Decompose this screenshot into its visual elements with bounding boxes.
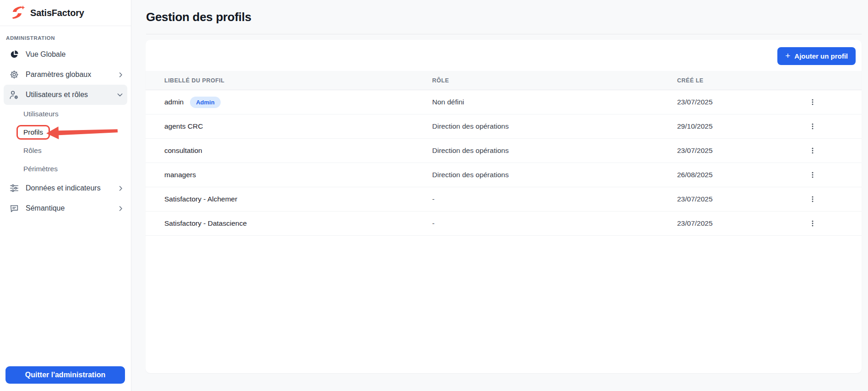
sidebar-item-utilisateurs-et-roles[interactable]: Utilisateurs et rôles bbox=[4, 85, 127, 105]
chevron-right-icon bbox=[117, 185, 125, 192]
profile-name-cell: consultation bbox=[164, 147, 432, 155]
table-row: consultationDirection des opérations23/0… bbox=[146, 139, 862, 163]
profile-actions-cell bbox=[805, 119, 862, 134]
sidebar-item-label: Données et indicateurs bbox=[26, 184, 101, 192]
chevron-down-icon bbox=[116, 91, 124, 99]
profile-name-cell: Satisfactory - Alchemer bbox=[164, 195, 432, 203]
brand-name: SatisFactory bbox=[30, 8, 84, 18]
profile-name: admin bbox=[164, 98, 184, 106]
profile-actions-cell bbox=[805, 191, 862, 207]
sidebar: SatisFactory ADMINISTRATION Vue Globale … bbox=[0, 0, 131, 391]
profile-role-cell: - bbox=[432, 195, 677, 203]
profile-role-cell: Direction des opérations bbox=[432, 147, 677, 155]
page-title: Gestion des profils bbox=[146, 10, 868, 24]
profile-name-cell: managers bbox=[164, 171, 432, 179]
sidebar-item-label: Utilisateurs et rôles bbox=[26, 91, 88, 99]
profile-created-cell: 26/08/2025 bbox=[677, 171, 805, 179]
profile-actions-cell bbox=[805, 94, 862, 110]
sidebar-item-label: Utilisateurs bbox=[23, 110, 59, 118]
row-kebab-menu-button[interactable] bbox=[805, 119, 820, 134]
profile-role-cell: Direction des opérations bbox=[432, 171, 677, 179]
annotation-arrow-icon bbox=[46, 125, 118, 140]
table-header-row: LIBELLÉ DU PROFIL RÔLE CRÉÉ LE bbox=[146, 71, 862, 90]
row-kebab-menu-button[interactable] bbox=[805, 143, 820, 158]
profile-name: managers bbox=[164, 171, 196, 179]
profile-role-cell: - bbox=[432, 219, 677, 228]
profile-name-cell: adminAdmin bbox=[164, 97, 432, 108]
title-divider bbox=[146, 34, 862, 34]
sidebar-item-donnees-et-indicateurs[interactable]: Données et indicateurs bbox=[0, 178, 131, 198]
sidebar-item-label: Vue Globale bbox=[26, 50, 65, 59]
profile-actions-cell bbox=[805, 216, 862, 231]
annotation-highlight-box: Profils bbox=[16, 125, 50, 140]
plus-icon: + bbox=[785, 51, 790, 60]
user-gear-icon bbox=[9, 90, 19, 100]
pie-chart-icon bbox=[9, 49, 19, 60]
row-kebab-menu-button[interactable] bbox=[805, 216, 820, 231]
sidebar-item-label: Rôles bbox=[23, 147, 42, 155]
card-toolbar: + Ajouter un profil bbox=[146, 40, 862, 65]
profile-role-cell: Direction des opérations bbox=[432, 122, 677, 130]
profile-name: Satisfactory - Alchemer bbox=[164, 195, 237, 203]
table-body: adminAdminNon défini23/07/2025agents CRC… bbox=[146, 90, 862, 236]
column-header-cree-le: CRÉÉ LE bbox=[677, 77, 805, 84]
row-kebab-menu-button[interactable] bbox=[805, 94, 820, 110]
add-profile-button-label: Ajouter un profil bbox=[794, 52, 848, 60]
sidebar-item-roles[interactable]: Rôles bbox=[0, 141, 131, 160]
sidebar-item-utilisateurs[interactable]: Utilisateurs bbox=[0, 105, 131, 123]
profile-created-cell: 23/07/2025 bbox=[677, 147, 805, 155]
profile-created-cell: 29/10/2025 bbox=[677, 122, 805, 130]
sidebar-item-parametres-globaux[interactable]: Paramètres globaux bbox=[0, 65, 131, 85]
profile-actions-cell bbox=[805, 143, 862, 158]
admin-badge: Admin bbox=[190, 97, 220, 108]
sidebar-item-label: Paramètres globaux bbox=[26, 71, 91, 79]
sidebar-item-label: Sémantique bbox=[26, 204, 65, 212]
sidebar-subnav: Utilisateurs Profils Rôles Périmètres bbox=[0, 105, 131, 178]
row-kebab-menu-button[interactable] bbox=[805, 167, 820, 183]
column-header-libelle: LIBELLÉ DU PROFIL bbox=[164, 77, 432, 84]
sidebar-nav: Vue Globale Paramètres globaux bbox=[0, 44, 131, 218]
sidebar-item-profils[interactable]: Profils bbox=[0, 123, 131, 141]
table-row: Satisfactory - Datascience-23/07/2025 bbox=[146, 212, 862, 236]
profile-created-cell: 23/07/2025 bbox=[677, 219, 805, 228]
row-kebab-menu-button[interactable] bbox=[805, 191, 820, 207]
chevron-right-icon bbox=[117, 205, 125, 212]
chevron-right-icon bbox=[117, 71, 125, 79]
profile-actions-cell bbox=[805, 167, 862, 183]
profile-name: consultation bbox=[164, 147, 202, 155]
profile-created-cell: 23/07/2025 bbox=[677, 98, 805, 106]
table-row: adminAdminNon défini23/07/2025 bbox=[146, 90, 862, 114]
profile-name: agents CRC bbox=[164, 122, 203, 130]
gear-icon bbox=[9, 70, 19, 80]
add-profile-button[interactable]: + Ajouter un profil bbox=[777, 47, 856, 65]
table-row: managersDirection des opérations26/08/20… bbox=[146, 163, 862, 187]
brand-header: SatisFactory bbox=[0, 0, 131, 26]
column-header-role: RÔLE bbox=[432, 77, 677, 84]
sidebar-item-vue-globale[interactable]: Vue Globale bbox=[0, 44, 131, 65]
sidebar-item-label: Profils bbox=[23, 128, 43, 136]
profile-role-cell: Non défini bbox=[432, 98, 677, 106]
table-row: agents CRCDirection des opérations29/10/… bbox=[146, 114, 862, 139]
profile-name-cell: Satisfactory - Datascience bbox=[164, 219, 432, 228]
quit-administration-button[interactable]: Quitter l'administration bbox=[5, 366, 125, 384]
section-label-administration: ADMINISTRATION bbox=[6, 35, 131, 41]
satisfactory-logo-icon bbox=[10, 5, 25, 21]
sliders-icon bbox=[9, 183, 19, 194]
table-row: Satisfactory - Alchemer-23/07/2025 bbox=[146, 187, 862, 212]
sidebar-item-label: Périmètres bbox=[23, 165, 58, 173]
chat-bubble-icon bbox=[9, 203, 19, 214]
profile-name-cell: agents CRC bbox=[164, 122, 432, 130]
sidebar-item-semantique[interactable]: Sémantique bbox=[0, 198, 131, 218]
profile-name: Satisfactory - Datascience bbox=[164, 219, 247, 228]
profile-created-cell: 23/07/2025 bbox=[677, 195, 805, 203]
sidebar-item-perimetres[interactable]: Périmètres bbox=[0, 160, 131, 178]
main-content: Gestion des profils + Ajouter un profil … bbox=[131, 0, 868, 391]
profiles-card: + Ajouter un profil LIBELLÉ DU PROFIL RÔ… bbox=[146, 40, 862, 373]
